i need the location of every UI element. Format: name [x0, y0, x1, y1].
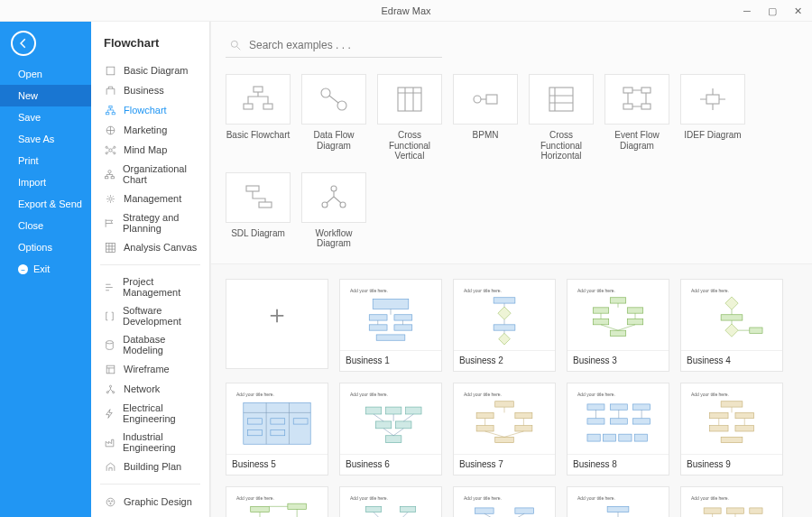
- category-marketing[interactable]: Marketing: [91, 120, 209, 140]
- template-thumbnail: Add your title here.: [681, 383, 782, 454]
- nav-item-close[interactable]: Close: [0, 215, 91, 236]
- nav-item-save-as[interactable]: Save As: [0, 128, 91, 150]
- category-business[interactable]: Business: [91, 80, 209, 100]
- thumb-title-placeholder: Add your title here.: [459, 493, 506, 501]
- type-cross-functional-horizontal[interactable]: Cross Functional Horizontal: [529, 74, 594, 162]
- category-electrical-engineering[interactable]: Electrical Engineering: [91, 399, 209, 428]
- template-business-9[interactable]: Add your title here.Business 9: [680, 383, 783, 475]
- template-business-2[interactable]: Add your title here.Business 2: [453, 279, 556, 372]
- app-title: Edraw Max: [381, 5, 430, 16]
- svg-point-10: [108, 170, 111, 172]
- category-mind-map[interactable]: Mind Map: [91, 140, 209, 160]
- category-network[interactable]: Network: [91, 379, 209, 399]
- svg-point-22: [111, 500, 112, 501]
- nav-item-import[interactable]: Import: [0, 171, 91, 193]
- category-industrial-engineering[interactable]: Industrial Engineering: [91, 428, 209, 457]
- template-thumbnail: Add your title here.: [567, 383, 669, 454]
- arrow-left-icon: [17, 37, 30, 50]
- business-icon: [104, 84, 116, 97]
- svg-rect-50: [259, 202, 272, 208]
- svg-rect-40: [398, 88, 421, 111]
- template-business-7[interactable]: Add your title here.Business 7: [453, 383, 556, 475]
- wireframe-icon: [104, 363, 116, 375]
- svg-line-107: [393, 428, 403, 435]
- template-business-11[interactable]: Add your title here.Business 11: [339, 486, 442, 518]
- nav-item-save[interactable]: Save: [0, 106, 91, 128]
- category-wireframe[interactable]: Wireframe: [91, 359, 209, 379]
- file-sidebar: OpenNewSaveSave AsPrintImportExport & Se…: [0, 22, 91, 517]
- svg-rect-101: [396, 420, 411, 428]
- type-idef-diagram[interactable]: IDEF Diagram: [680, 74, 745, 162]
- category-organizational-chart[interactable]: Organizational Chart: [91, 160, 209, 189]
- svg-rect-45: [641, 88, 651, 93]
- category-flowchart[interactable]: Flowchart: [91, 100, 209, 120]
- nav-item-export-send[interactable]: Export & Send: [0, 193, 91, 215]
- maximize-button[interactable]: ▢: [760, 0, 785, 22]
- svg-rect-181: [750, 507, 762, 512]
- category-project-management[interactable]: Project Management: [91, 272, 209, 301]
- template-business-13[interactable]: Add your title here.Business 13: [567, 486, 669, 518]
- category-graphic-organizer[interactable]: Graphic Organizer: [91, 512, 209, 517]
- type-workflow-diagram[interactable]: Workflow Diagram: [301, 172, 366, 249]
- type-basic-flowchart[interactable]: Basic Flowchart: [226, 74, 291, 162]
- type-bpmn[interactable]: BPMN: [453, 74, 518, 162]
- category-graphic-design[interactable]: Graphic Design: [91, 492, 209, 512]
- template-business-1[interactable]: Add your title here.Business 1: [339, 279, 442, 372]
- svg-point-19: [109, 385, 111, 387]
- nav-item-print[interactable]: Print: [0, 150, 91, 171]
- template-thumbnail: Add your title here.: [454, 280, 555, 350]
- category-building-plan[interactable]: Building Plan: [91, 457, 209, 476]
- category-analysis-canvas[interactable]: Analysis Canvas: [91, 237, 209, 257]
- brackets-icon: [104, 309, 115, 322]
- template-business-4[interactable]: Add your title here.Business 4: [680, 279, 783, 372]
- template-business-5[interactable]: Add your title here.Business 5: [226, 383, 328, 475]
- svg-marker-81: [725, 296, 738, 309]
- template-business-12[interactable]: Add your title here.Business 12: [453, 486, 556, 518]
- type-cross-functional-vertical[interactable]: Cross Functional Vertical: [377, 74, 442, 162]
- template-business-10[interactable]: Add your title here.Business 10: [226, 486, 328, 518]
- search-input[interactable]: [249, 39, 442, 51]
- template-business-14[interactable]: Add your title here.Business 14: [680, 486, 783, 518]
- category-software-development[interactable]: Software Development: [91, 301, 209, 330]
- category-strategy-and-planning[interactable]: Strategy and Planning: [91, 208, 209, 237]
- svg-rect-14: [106, 243, 115, 252]
- template-business-3[interactable]: Add your title here.Business 3: [567, 279, 669, 372]
- search-field[interactable]: [226, 32, 442, 58]
- template-business-8[interactable]: Add your title here.Business 8: [567, 383, 669, 475]
- svg-rect-121: [633, 403, 651, 409]
- svg-point-21: [108, 500, 109, 501]
- nav-item-options[interactable]: Options: [0, 236, 91, 258]
- close-button[interactable]: ✕: [785, 0, 810, 22]
- category-label: Electrical Engineering: [123, 402, 204, 424]
- nav-item-new[interactable]: New: [0, 85, 91, 106]
- minimize-button[interactable]: ─: [734, 0, 760, 22]
- category-label: Business: [124, 85, 164, 96]
- database-icon: [104, 338, 115, 351]
- svg-rect-55: [369, 314, 387, 319]
- template-thumbnail: Add your title here.: [681, 280, 782, 350]
- thumb-title-placeholder: Add your title here.: [459, 285, 506, 293]
- category-basic-diagram[interactable]: Basic Diagram: [91, 60, 209, 80]
- svg-rect-125: [587, 418, 604, 423]
- svg-rect-49: [246, 186, 259, 191]
- type-label: Workflow Diagram: [301, 228, 366, 249]
- svg-rect-63: [494, 297, 515, 302]
- nav-item-open[interactable]: Open: [0, 63, 91, 85]
- template-thumbnail: Add your title here.: [454, 487, 555, 518]
- category-database-modeling[interactable]: Database Modeling: [91, 330, 209, 359]
- nav-item-exit[interactable]: –Exit: [0, 258, 91, 280]
- back-button[interactable]: [11, 31, 36, 56]
- svg-marker-69: [499, 333, 511, 345]
- template-business-6[interactable]: Add your title here.Business 6: [339, 383, 442, 475]
- svg-rect-59: [376, 334, 405, 339]
- svg-rect-42: [486, 95, 497, 104]
- svg-rect-83: [721, 314, 743, 319]
- template-thumbnail: Add your title here.: [340, 487, 441, 518]
- type-label: SDL Diagram: [231, 228, 285, 239]
- category-management[interactable]: Management: [91, 189, 209, 208]
- category-label: Database Modeling: [123, 334, 204, 355]
- type-data-flow-diagram[interactable]: Data Flow Diagram: [301, 74, 366, 162]
- type-sdl-diagram[interactable]: SDL Diagram: [226, 172, 291, 249]
- type-event-flow-diagram[interactable]: Event Flow Diagram: [604, 74, 669, 162]
- template-new[interactable]: ＋: [226, 279, 328, 369]
